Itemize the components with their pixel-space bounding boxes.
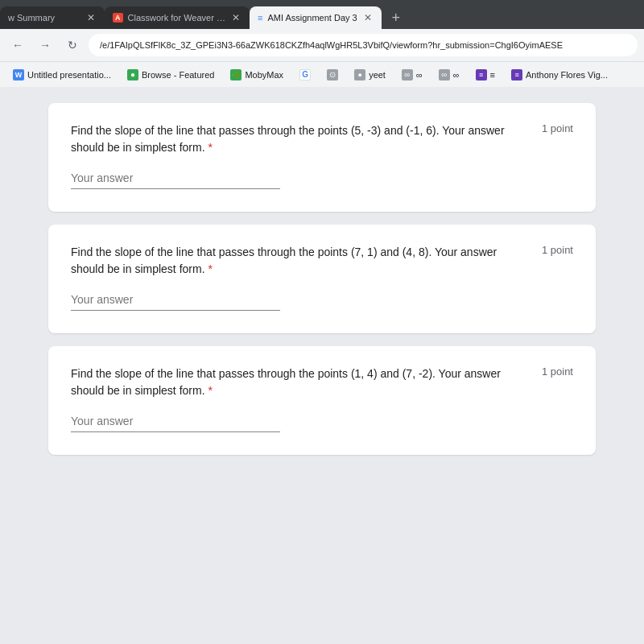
- bookmark-browse-label: Browse - Featured: [142, 70, 214, 80]
- tab-summary-label: w Summary: [8, 13, 80, 23]
- question-3-input-wrapper: [71, 414, 280, 432]
- google-icon: G: [299, 69, 311, 80]
- question-2-input-wrapper: [71, 292, 280, 311]
- tab-classwork-close[interactable]: ✕: [230, 10, 242, 25]
- question-card-1: Find the slope of the line that passes t…: [48, 103, 596, 212]
- question-1-input[interactable]: [71, 171, 280, 184]
- bookmark-browse[interactable]: ● Browse - Featured: [121, 67, 221, 83]
- inf1-icon: ∞: [402, 69, 413, 80]
- github-icon: ⊙: [327, 69, 338, 80]
- tab-ami-label: AMI Assignment Day 3: [267, 13, 357, 23]
- bookmark-anthony[interactable]: ≡ Anthony Flores Vig...: [505, 67, 614, 83]
- classwork-icon: A: [113, 13, 123, 23]
- question-1-points: 1 point: [542, 122, 573, 134]
- tab-ami[interactable]: ≡ AMI Assignment Day 3 ✕: [250, 6, 382, 29]
- bookmark-forms-label: ≡: [490, 70, 495, 80]
- question-card-2: Find the slope of the line that passes t…: [48, 225, 596, 333]
- bookmark-inf2[interactable]: ∞ ∞: [432, 67, 466, 83]
- address-text: /e/1FAIpQLSfFlK8c_3Z_GPEi3N3-66aZWK618CK…: [100, 40, 563, 50]
- bookmarks-bar: W Untitled presentatio... ● Browse - Fea…: [0, 61, 644, 87]
- question-3-header: Find the slope of the line that passes t…: [71, 365, 573, 399]
- address-field[interactable]: /e/1FAIpQLSfFlK8c_3Z_GPEi3N3-66aZWK618CK…: [89, 34, 638, 56]
- question-1-input-wrapper: [71, 171, 280, 189]
- address-bar-row: ← → ↻ /e/1FAIpQLSfFlK8c_3Z_GPEi3N3-66aZW…: [0, 29, 644, 61]
- tab-summary-close[interactable]: ✕: [85, 10, 97, 25]
- bookmark-mobymax[interactable]: 🌿 MobyMax: [224, 67, 290, 83]
- back-button[interactable]: ←: [6, 34, 29, 56]
- bookmark-inf1-label: ∞: [416, 70, 423, 80]
- tab-list: w Summary ✕ A Classwork for Weaver - 1st…: [0, 0, 644, 29]
- question-3-required: *: [208, 384, 212, 397]
- reload-button[interactable]: ↻: [61, 34, 84, 56]
- bookmark-google[interactable]: G: [293, 67, 317, 83]
- bookmark-github[interactable]: ⊙: [320, 67, 345, 83]
- anthony-icon: ≡: [511, 69, 522, 80]
- tab-ami-close[interactable]: ✕: [362, 10, 374, 25]
- question-2-text: Find the slope of the line that passes t…: [71, 244, 526, 278]
- bookmark-mobymax-label: MobyMax: [245, 70, 283, 80]
- tab-summary[interactable]: w Summary ✕: [0, 6, 105, 29]
- bookmark-presentation[interactable]: W Untitled presentatio...: [6, 67, 118, 83]
- tab-classwork-label: Classwork for Weaver - 1st: [128, 13, 226, 23]
- bookmark-yeet-label: yeet: [369, 70, 386, 80]
- question-2-header: Find the slope of the line that passes t…: [71, 244, 573, 278]
- question-3-input[interactable]: [71, 415, 280, 427]
- forms-icon: ≡: [476, 69, 487, 80]
- presentation-icon: W: [13, 69, 24, 80]
- question-2-points: 1 point: [542, 244, 573, 256]
- bookmark-inf1[interactable]: ∞ ∞: [395, 67, 429, 83]
- question-card-3: Find the slope of the line that passes t…: [48, 346, 596, 455]
- question-1-required: *: [208, 141, 212, 154]
- question-3-text: Find the slope of the line that passes t…: [71, 365, 526, 399]
- page-content: Find the slope of the line that passes t…: [0, 87, 644, 644]
- yeet-icon: ●: [354, 69, 365, 80]
- new-tab-button[interactable]: +: [385, 6, 407, 29]
- question-1-header: Find the slope of the line that passes t…: [71, 122, 573, 156]
- question-2-required: *: [208, 262, 212, 275]
- question-3-points: 1 point: [542, 365, 573, 378]
- inf2-icon: ∞: [439, 69, 450, 80]
- forward-button[interactable]: →: [34, 34, 56, 56]
- bookmark-presentation-label: Untitled presentatio...: [27, 70, 111, 80]
- bookmark-inf2-label: ∞: [453, 70, 460, 80]
- browse-icon: ●: [127, 69, 138, 80]
- bookmark-yeet[interactable]: ● yeet: [348, 67, 392, 83]
- tab-classwork[interactable]: A Classwork for Weaver - 1st ✕: [105, 6, 250, 29]
- browser-tab-bar: w Summary ✕ A Classwork for Weaver - 1st…: [0, 0, 644, 29]
- ami-icon: ≡: [258, 13, 262, 23]
- question-2-input[interactable]: [71, 293, 280, 306]
- question-1-text: Find the slope of the line that passes t…: [71, 122, 526, 156]
- bookmark-forms[interactable]: ≡ ≡: [469, 67, 502, 83]
- mobymax-icon: 🌿: [230, 69, 242, 80]
- bookmark-anthony-label: Anthony Flores Vig...: [526, 70, 608, 80]
